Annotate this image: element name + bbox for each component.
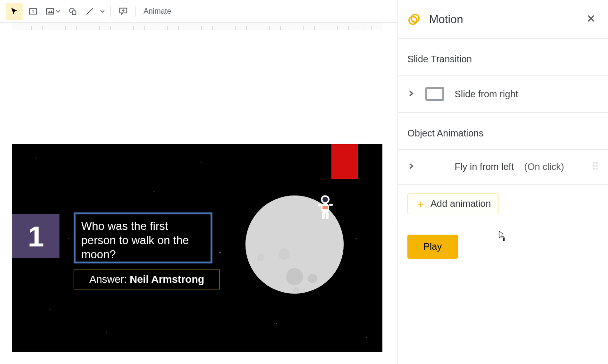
svg-point-22 xyxy=(593,165,595,167)
slide-transition-heading: Slide Transition xyxy=(398,39,608,75)
astronaut-image[interactable] xyxy=(314,194,336,222)
crater-shape xyxy=(308,274,317,283)
expand-transition-button[interactable] xyxy=(407,90,415,99)
svg-point-24 xyxy=(593,168,595,169)
svg-rect-16 xyxy=(326,212,329,219)
svg-text:T: T xyxy=(32,9,34,14)
slide-transition-row[interactable]: Slide from right xyxy=(398,76,608,112)
cursor-icon xyxy=(10,7,18,16)
animation-name: Fly in from left xyxy=(455,161,514,172)
astronaut-icon xyxy=(314,194,336,222)
line-tool-dropdown[interactable] xyxy=(83,3,107,20)
chevron-right-icon xyxy=(407,90,415,97)
chevron-down-icon xyxy=(56,9,60,14)
svg-point-18 xyxy=(411,14,419,22)
image-icon xyxy=(45,7,55,16)
crater-shape xyxy=(257,254,264,262)
animation-row[interactable]: Fly in from left (On click) xyxy=(398,150,608,184)
plus-icon: ＋ xyxy=(415,199,426,209)
shape-tool-button[interactable] xyxy=(64,3,81,20)
slide-number: 1 xyxy=(28,220,44,253)
answer-prefix: Answer: xyxy=(89,273,127,286)
comment-icon xyxy=(118,7,128,16)
answer-value: Neil Armstrong xyxy=(130,273,204,286)
motion-panel-title: Motion xyxy=(429,13,575,26)
transition-name: Slide from right xyxy=(455,89,518,100)
svg-point-23 xyxy=(596,165,598,167)
expand-animation-button[interactable] xyxy=(407,162,415,171)
slide-number-box[interactable]: 1 xyxy=(12,214,59,258)
motion-panel: Motion Slide Transition Slide from right… xyxy=(397,0,608,364)
svg-point-11 xyxy=(322,197,328,203)
add-animation-button[interactable]: ＋ Add animation xyxy=(407,193,499,214)
toolbar-separator xyxy=(135,6,136,17)
drag-handle[interactable] xyxy=(592,161,599,173)
play-button[interactable]: Play xyxy=(407,235,458,259)
svg-rect-5 xyxy=(72,11,76,14)
svg-marker-3 xyxy=(48,10,53,13)
comment-tool-button[interactable] xyxy=(115,3,132,20)
animate-menu[interactable]: Animate xyxy=(140,7,175,16)
motion-panel-header: Motion xyxy=(398,0,608,39)
drag-handle-icon xyxy=(592,161,599,170)
shape-icon xyxy=(68,7,77,16)
line-icon xyxy=(85,7,94,16)
divider xyxy=(398,223,608,223)
textbox-tool-button[interactable]: T xyxy=(25,3,42,20)
crater-shape xyxy=(286,268,303,285)
ruler[interactable] xyxy=(12,23,382,30)
select-tool-button[interactable] xyxy=(6,3,23,20)
question-textbox[interactable]: Who was the first person to walk on the … xyxy=(74,212,212,263)
close-panel-button[interactable] xyxy=(583,11,599,27)
answer-textbox[interactable]: Answer: Neil Armstrong xyxy=(74,270,220,289)
svg-point-19 xyxy=(409,17,417,24)
svg-rect-14 xyxy=(329,204,333,206)
crater-shape xyxy=(293,287,299,294)
slide[interactable]: 1 Who was the first person to walk on th… xyxy=(12,144,382,352)
toolbar-separator xyxy=(110,6,111,17)
animation-trigger: (On click) xyxy=(524,161,564,172)
image-tool-dropdown[interactable] xyxy=(43,3,62,20)
canvas[interactable]: 1 Who was the first person to walk on th… xyxy=(0,30,397,364)
svg-rect-15 xyxy=(322,212,325,219)
svg-rect-13 xyxy=(318,204,321,206)
svg-line-6 xyxy=(86,8,93,14)
crater-shape xyxy=(279,248,290,260)
slide-icon xyxy=(425,87,444,101)
motion-icon xyxy=(407,13,421,26)
svg-point-21 xyxy=(596,162,598,164)
svg-point-25 xyxy=(596,168,598,169)
chevron-right-icon xyxy=(407,162,415,170)
question-text: Who was the first person to walk on the … xyxy=(81,220,189,261)
close-icon xyxy=(586,14,596,23)
object-animations-heading: Object Animations xyxy=(398,113,608,149)
svg-rect-17 xyxy=(322,206,328,209)
divider xyxy=(398,184,608,185)
chevron-down-icon xyxy=(100,9,105,14)
svg-point-20 xyxy=(593,162,595,164)
textbox-icon: T xyxy=(28,7,38,16)
red-rectangle-shape[interactable] xyxy=(331,144,358,179)
add-animation-label: Add animation xyxy=(431,198,491,209)
